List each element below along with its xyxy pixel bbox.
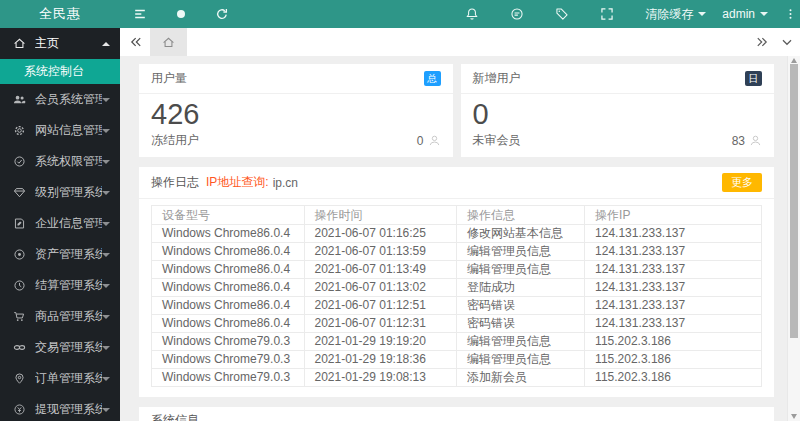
tab-bar bbox=[120, 28, 800, 56]
scroll-tabs-right-icon[interactable] bbox=[755, 35, 769, 49]
table-row: Windows Chrome86.0.42021-06-07 01:13:02登… bbox=[152, 279, 762, 297]
stat-badge-total[interactable]: 总 bbox=[424, 71, 441, 86]
gem-icon bbox=[13, 186, 26, 199]
tag-icon[interactable] bbox=[555, 7, 569, 21]
sidebar-item-1[interactable]: 会员系统管理 bbox=[0, 84, 120, 115]
sidebar-item-label: 主页 bbox=[35, 35, 59, 52]
system-info-card: 系统信息 当前版本域名 bbox=[139, 407, 774, 421]
table-row: Windows Chrome79.0.32021-01-29 19:19:20编… bbox=[152, 333, 762, 351]
sidebar-item-label: 企业信息管理 bbox=[35, 215, 102, 232]
sidebar-item-7[interactable]: 结算管理系统 bbox=[0, 270, 120, 301]
tab-home[interactable] bbox=[150, 28, 187, 56]
column-header: 操作信息 bbox=[457, 206, 585, 225]
tab-options-chevron-icon[interactable] bbox=[780, 35, 794, 49]
stat-card-users: 用户量 总 426 冻结用户 0 bbox=[139, 64, 453, 157]
home-icon bbox=[162, 36, 175, 49]
caret-down-icon bbox=[102, 222, 110, 226]
more-options-kebab-icon[interactable] bbox=[784, 7, 797, 21]
app-header: 全民惠 清除缓存 admin bbox=[0, 0, 800, 28]
messages-icon[interactable] bbox=[510, 7, 524, 21]
stat-cards: 用户量 总 426 冻结用户 0 新增用户 日 0 bbox=[139, 64, 774, 157]
clear-cache-menu[interactable]: 清除缓存 bbox=[645, 6, 706, 23]
more-button[interactable]: 更多 bbox=[722, 173, 762, 192]
dashboard-content: 用户量 总 426 冻结用户 0 新增用户 日 0 bbox=[120, 56, 787, 421]
coin-icon bbox=[13, 403, 26, 416]
log-table-body: Windows Chrome86.0.42021-06-07 01:16:25修… bbox=[152, 225, 762, 387]
theme-dot-icon[interactable] bbox=[174, 7, 188, 21]
topbar: 清除缓存 admin bbox=[120, 0, 800, 28]
sidebar-item-6[interactable]: 资产管理系统 bbox=[0, 239, 120, 270]
column-header: 操作时间 bbox=[304, 206, 457, 225]
app-logo: 全民惠 bbox=[0, 0, 120, 28]
users-icon bbox=[13, 93, 26, 106]
tab-bar-right bbox=[755, 35, 800, 49]
topbar-right: 清除缓存 admin bbox=[465, 6, 800, 23]
home-icon bbox=[13, 37, 26, 50]
sidebar-item-label: 提现管理系统 bbox=[35, 401, 102, 418]
sidebar-item-label: 商品管理系统 bbox=[35, 308, 102, 325]
sidebar-item-8[interactable]: 商品管理系统 bbox=[0, 301, 120, 332]
table-row: Windows Chrome86.0.42021-06-07 01:12:31密… bbox=[152, 315, 762, 333]
sidebar-item-9[interactable]: 交易管理系统 bbox=[0, 332, 120, 363]
notifications-bell-icon[interactable] bbox=[465, 7, 479, 21]
stat-badge-daily[interactable]: 日 bbox=[745, 71, 762, 86]
sidebar-item-2[interactable]: 网站信息管理 bbox=[0, 115, 120, 146]
log-card-title: 操作日志 bbox=[151, 174, 199, 191]
collapse-sidebar-icon[interactable] bbox=[133, 7, 147, 21]
caret-down-icon bbox=[102, 284, 110, 288]
caret-up-icon bbox=[102, 42, 110, 46]
stat-card-title: 新增用户 bbox=[473, 70, 521, 87]
sidebar-item-label: 会员系统管理 bbox=[35, 91, 102, 108]
scroll-down-arrow-icon[interactable] bbox=[791, 414, 797, 419]
doc-icon bbox=[13, 217, 26, 230]
scrollbar-thumb[interactable] bbox=[790, 64, 798, 338]
sidebar-menu: 主页系统控制台会员系统管理网站信息管理系统权限管理级别管理系统企业信息管理资产管… bbox=[0, 28, 120, 421]
stat-value: 426 bbox=[139, 94, 453, 130]
refresh-icon[interactable] bbox=[215, 7, 229, 21]
sidebar-subitem-console[interactable]: 系统控制台 bbox=[0, 59, 120, 84]
ip-query-link[interactable]: ip.cn bbox=[273, 176, 298, 190]
table-row: Windows Chrome86.0.42021-06-07 01:13:49编… bbox=[152, 261, 762, 279]
sidebar-item-label: 结算管理系统 bbox=[35, 277, 102, 294]
caret-down-icon bbox=[102, 191, 110, 195]
sidebar-item-5[interactable]: 企业信息管理 bbox=[0, 208, 120, 239]
gear-icon bbox=[13, 124, 26, 137]
sidebar-item-0[interactable]: 主页 bbox=[0, 28, 120, 59]
target-icon bbox=[13, 248, 26, 261]
sidebar-item-label: 交易管理系统 bbox=[35, 339, 102, 356]
table-row: Windows Chrome86.0.42021-06-07 01:13:59编… bbox=[152, 243, 762, 261]
sidebar-item-label: 网站信息管理 bbox=[35, 122, 102, 139]
link-icon bbox=[13, 341, 26, 354]
caret-down-icon bbox=[102, 98, 110, 102]
sidebar-item-11[interactable]: 提现管理系统 bbox=[0, 394, 120, 421]
main-area: 用户量 总 426 冻结用户 0 新增用户 日 0 bbox=[120, 28, 800, 421]
clock-icon bbox=[13, 279, 26, 292]
fullscreen-icon[interactable] bbox=[600, 7, 614, 21]
system-info-title: 系统信息 bbox=[139, 407, 774, 421]
table-header-row: 设备型号操作时间操作信息操作IP bbox=[152, 206, 762, 225]
stat-footer-label: 冻结用户 bbox=[151, 132, 199, 149]
ip-query-label: IP地址查询: bbox=[206, 174, 269, 191]
chevron-down-icon bbox=[760, 12, 768, 16]
sidebar-item-10[interactable]: 订单管理系统 bbox=[0, 363, 120, 394]
caret-down-icon bbox=[102, 160, 110, 164]
table-row: Windows Chrome79.0.32021-01-29 19:08:13添… bbox=[152, 369, 762, 387]
check-icon bbox=[13, 155, 26, 168]
vertical-scrollbar[interactable] bbox=[787, 56, 800, 421]
user-menu[interactable]: admin bbox=[722, 7, 768, 21]
scroll-up-arrow-icon[interactable] bbox=[791, 58, 797, 63]
username: admin bbox=[722, 7, 755, 21]
caret-down-icon bbox=[102, 315, 110, 319]
scroll-tabs-left-icon[interactable] bbox=[129, 35, 143, 49]
caret-down-icon bbox=[102, 377, 110, 381]
chevron-down-icon bbox=[698, 12, 706, 16]
stat-value: 0 bbox=[461, 94, 775, 130]
stat-card-new-users: 新增用户 日 0 未审会员 83 bbox=[461, 64, 775, 157]
column-header: 设备型号 bbox=[152, 206, 305, 225]
column-header: 操作IP bbox=[585, 206, 762, 225]
sidebar-item-3[interactable]: 系统权限管理 bbox=[0, 146, 120, 177]
sidebar-item-4[interactable]: 级别管理系统 bbox=[0, 177, 120, 208]
person-icon bbox=[428, 134, 441, 147]
cart-icon bbox=[13, 310, 26, 323]
caret-down-icon bbox=[102, 408, 110, 412]
